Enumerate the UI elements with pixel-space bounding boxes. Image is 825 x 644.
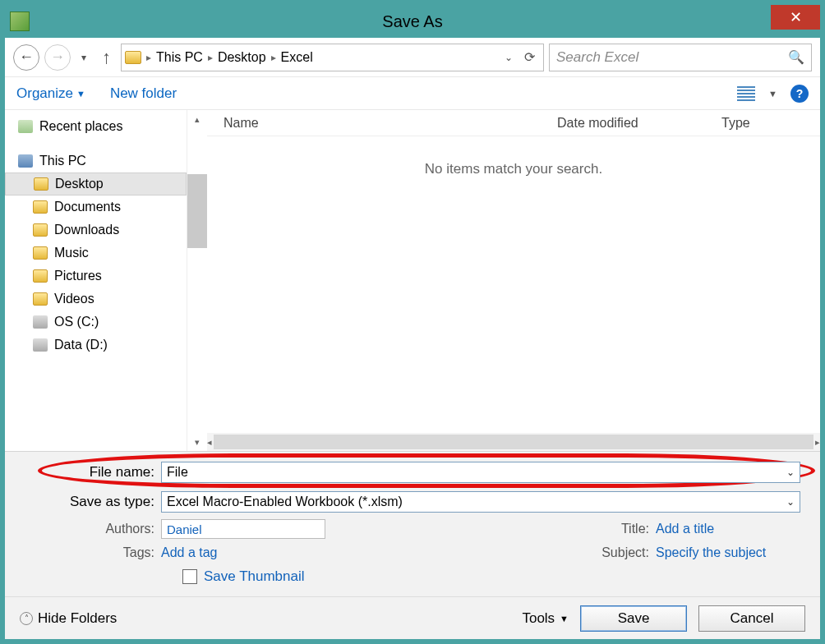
chevron-right-icon: ▸ [206, 52, 214, 63]
chevron-right-icon: ▸ [145, 52, 153, 63]
scroll-left-icon[interactable]: ◂ [207, 433, 212, 451]
column-date[interactable]: Date modified [557, 116, 721, 131]
scroll-track[interactable] [214, 435, 813, 449]
address-bar[interactable]: ▸ This PC ▸ Desktop ▸ Excel ⌄ ⟳ [121, 44, 544, 71]
tree-recent-places[interactable]: Recent places [5, 115, 187, 138]
tree-item-label: Desktop [55, 177, 104, 191]
help-button[interactable]: ? [790, 85, 809, 103]
tree-item-label: OS (C:) [54, 315, 99, 329]
folder-icon [33, 223, 48, 237]
save-type-label: Save as type: [5, 494, 161, 510]
column-name[interactable]: Name [224, 116, 557, 131]
tools-menu[interactable]: Tools ▼ [522, 610, 569, 627]
breadcrumb-desktop[interactable]: Desktop [218, 50, 266, 65]
subject-label: Subject: [574, 545, 656, 560]
save-as-dialog: Save As ✕ ← → ▾ ↑ ▸ This PC ▸ Desktop ▸ … [0, 0, 825, 644]
view-options-button[interactable] [737, 86, 755, 101]
save-button[interactable]: Save [580, 605, 687, 632]
authors-field[interactable]: Daniel [161, 519, 325, 539]
save-type-field[interactable]: Excel Macro-Enabled Workbook (*.xlsm) ⌄ [161, 491, 800, 513]
tree-item-downloads[interactable]: Downloads [5, 218, 187, 242]
title-label: Title: [574, 522, 656, 536]
scroll-down-icon[interactable]: ▾ [187, 433, 207, 451]
tree-item-documents[interactable]: Documents [5, 196, 187, 218]
horizontal-scrollbar[interactable]: ◂ ▸ [207, 433, 820, 451]
title-link[interactable]: Add a title [656, 522, 820, 536]
folder-icon [33, 200, 48, 214]
tree-item-desktop[interactable]: Desktop [5, 172, 187, 196]
authors-label: Authors: [5, 522, 161, 536]
tree-item-os-c[interactable]: OS (C:) [5, 310, 187, 334]
empty-message: No items match your search. [207, 161, 820, 177]
content-area: Recent places This PC Desktop Documents … [5, 110, 820, 451]
back-button[interactable]: ← [13, 44, 39, 71]
organize-menu[interactable]: Organize ▼ [16, 85, 85, 102]
chevron-down-icon: ▼ [560, 614, 569, 623]
search-input[interactable] [556, 49, 788, 66]
address-dropdown-icon[interactable]: ⌄ [505, 52, 513, 63]
tree-item-label: Documents [54, 200, 121, 214]
refresh-button[interactable]: ⟳ [519, 49, 540, 65]
file-name-input[interactable] [167, 465, 795, 480]
folder-icon [33, 269, 48, 283]
folder-icon [125, 51, 141, 64]
save-thumbnail-checkbox[interactable] [182, 569, 197, 584]
new-folder-button[interactable]: New folder [110, 85, 177, 102]
view-dropdown-icon[interactable]: ▼ [768, 89, 777, 99]
tree-item-pictures[interactable]: Pictures [5, 264, 187, 288]
drive-icon [33, 315, 48, 329]
folder-icon [33, 246, 48, 260]
up-button[interactable]: ↑ [97, 47, 116, 68]
tree-item-label: Recent places [39, 119, 122, 134]
scroll-track[interactable] [187, 128, 207, 433]
forward-button[interactable]: → [44, 44, 71, 71]
cancel-button[interactable]: Cancel [698, 605, 805, 632]
tree-item-music[interactable]: Music [5, 242, 187, 264]
file-name-field[interactable]: ⌄ [161, 462, 800, 483]
tree-item-label: Downloads [54, 223, 119, 237]
save-thumbnail-row: Save Thumbnail [182, 568, 820, 585]
excel-app-icon [10, 12, 30, 31]
column-type[interactable]: Type [721, 116, 820, 131]
tree-item-label: Data (D:) [54, 338, 108, 352]
hide-folders-button[interactable]: ˄ Hide Folders [20, 610, 117, 627]
save-thumbnail-label[interactable]: Save Thumbnail [204, 568, 305, 585]
tree-item-data-d[interactable]: Data (D:) [5, 334, 187, 356]
tree-item-label: Videos [54, 292, 94, 306]
chevron-down-icon[interactable]: ⌄ [786, 496, 795, 508]
metadata-grid: Authors: Daniel Title: Add a title Tags:… [5, 519, 820, 560]
navigation-pane: Recent places This PC Desktop Documents … [5, 110, 187, 451]
close-button[interactable]: ✕ [771, 5, 820, 30]
breadcrumb-this-pc[interactable]: This PC [156, 50, 203, 65]
titlebar: Save As ✕ [5, 5, 820, 38]
tree-item-label: Music [54, 246, 89, 260]
nav-scrollbar[interactable]: ▴ ▾ [187, 110, 207, 451]
chevron-right-icon: ▸ [270, 52, 278, 63]
footer: ˄ Hide Folders Tools ▼ Save Cancel [5, 596, 820, 639]
toolbar: Organize ▼ New folder ▼ ? [5, 77, 820, 110]
folder-icon [33, 292, 48, 306]
list-header: Name Date modified Type [207, 110, 820, 136]
chevron-down-icon[interactable]: ⌄ [786, 467, 795, 478]
search-box[interactable]: 🔍 [549, 44, 812, 71]
window-title: Save As [382, 12, 442, 31]
scroll-up-icon[interactable]: ▴ [187, 110, 207, 128]
hide-folders-label: Hide Folders [38, 610, 117, 627]
tags-link[interactable]: Add a tag [161, 545, 325, 560]
recent-places-icon [18, 120, 33, 133]
tools-label: Tools [522, 610, 555, 627]
scroll-thumb[interactable] [187, 174, 207, 248]
scroll-right-icon[interactable]: ▸ [815, 433, 820, 451]
recent-locations-dropdown[interactable]: ▾ [76, 49, 92, 66]
organize-label: Organize [16, 85, 73, 102]
this-pc-icon [18, 154, 33, 168]
file-list-pane: Name Date modified Type No items match y… [207, 110, 820, 451]
subject-link[interactable]: Specify the subject [656, 545, 820, 560]
search-icon[interactable]: 🔍 [788, 49, 804, 65]
file-name-row: File name: ⌄ [5, 460, 820, 485]
save-type-value: Excel Macro-Enabled Workbook (*.xlsm) [167, 494, 403, 509]
tree-this-pc[interactable]: This PC [5, 150, 187, 172]
tree-item-videos[interactable]: Videos [5, 288, 187, 310]
drive-icon [33, 338, 48, 352]
breadcrumb-excel[interactable]: Excel [281, 50, 313, 65]
